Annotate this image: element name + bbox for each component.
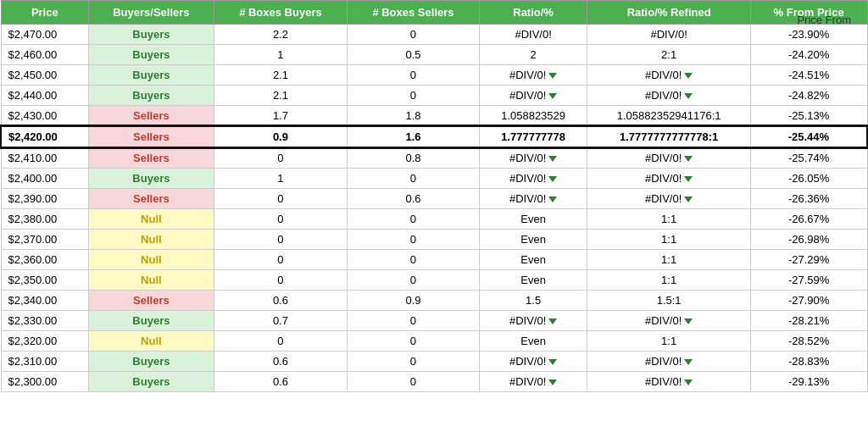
cell-boxes-sellers: 0 — [348, 352, 480, 372]
table-row: $2,310.00Buyers0.60#DIV/0!#DIV/0!-28.83% — [1, 352, 867, 372]
table-row: $2,330.00Buyers0.70#DIV/0!#DIV/0!-28.21% — [1, 311, 867, 331]
cell-ratio: #DIV/0! — [479, 352, 587, 372]
cell-ratio: #DIV/0! — [479, 65, 587, 86]
cell-price: $2,340.00 — [1, 291, 89, 311]
cell-pct-from-price: -25.44% — [750, 126, 867, 147]
cell-boxes-buyers: 0 — [214, 331, 348, 352]
cell-buyers-sellers: Buyers — [89, 65, 214, 86]
cell-boxes-buyers: 0 — [214, 147, 348, 169]
arrow-down-icon — [548, 379, 557, 385]
cell-price: $2,310.00 — [1, 352, 89, 372]
table-row: $2,430.00Sellers1.71.81.0588235291.05882… — [1, 106, 867, 127]
cell-boxes-sellers: 0 — [348, 25, 480, 45]
arrow-down-icon — [548, 176, 557, 182]
cell-pct-from-price: -24.51% — [750, 65, 867, 86]
bs-label: Null — [141, 233, 162, 246]
cell-buyers-sellers: Buyers — [89, 372, 214, 392]
cell-price: $2,460.00 — [1, 45, 89, 65]
cell-pct-from-price: -28.21% — [750, 311, 867, 331]
cell-price: $2,360.00 — [1, 250, 89, 270]
cell-buyers-sellers: Buyers — [89, 25, 214, 45]
cell-boxes-sellers: 0 — [348, 250, 480, 270]
cell-pct-from-price: -29.13% — [750, 372, 867, 392]
cell-boxes-buyers: 1.7 — [214, 106, 348, 127]
cell-boxes-sellers: 0 — [348, 372, 480, 392]
arrow-down-icon — [684, 318, 693, 324]
cell-price: $2,300.00 — [1, 372, 89, 392]
col-header-buyers-sellers: Buyers/Sellers — [89, 1, 214, 25]
cell-price: $2,350.00 — [1, 270, 89, 291]
bs-label: Sellers — [133, 294, 170, 307]
cell-boxes-sellers: 0.6 — [348, 189, 480, 209]
table-row: $2,470.00Buyers2.20#DIV/0!#DIV/0!-23.90% — [1, 25, 867, 45]
cell-boxes-buyers: 0 — [214, 270, 348, 291]
cell-boxes-buyers: 0.6 — [214, 291, 348, 311]
cell-pct-from-price: -25.13% — [750, 106, 867, 127]
bs-label: Buyers — [132, 172, 170, 185]
cell-boxes-sellers: 1.6 — [348, 126, 480, 147]
arrow-down-icon — [548, 318, 557, 324]
cell-boxes-buyers: 0.7 — [214, 311, 348, 331]
cell-boxes-sellers: 0.8 — [348, 147, 480, 169]
table-row: $2,410.00Sellers00.8#DIV/0!#DIV/0!-25.74… — [1, 147, 867, 169]
cell-pct-from-price: -27.29% — [750, 250, 867, 270]
cell-boxes-sellers: 0 — [348, 270, 480, 291]
cell-boxes-sellers: 0 — [348, 230, 480, 250]
cell-boxes-buyers: 0 — [214, 209, 348, 230]
cell-price: $2,390.00 — [1, 189, 89, 209]
cell-ratio: Even — [479, 230, 587, 250]
cell-price: $2,450.00 — [1, 65, 89, 86]
cell-ratio-refined: #DIV/0! — [587, 65, 750, 86]
cell-pct-from-price: -28.52% — [750, 331, 867, 352]
cell-buyers-sellers: Sellers — [89, 106, 214, 127]
cell-ratio-refined: 1:1 — [587, 331, 750, 352]
cell-ratio: #DIV/0! — [479, 372, 587, 392]
cell-ratio: #DIV/0! — [479, 147, 587, 169]
cell-ratio-refined: #DIV/0! — [587, 352, 750, 372]
cell-ratio-refined: #DIV/0! — [587, 169, 750, 189]
cell-boxes-buyers: 0 — [214, 230, 348, 250]
cell-price: $2,440.00 — [1, 86, 89, 106]
cell-pct-from-price: -26.98% — [750, 230, 867, 250]
cell-ratio-refined: 1.7777777777778:1 — [587, 126, 750, 147]
cell-ratio: #DIV/0! — [479, 189, 587, 209]
table-row: $2,450.00Buyers2.10#DIV/0!#DIV/0!-24.51% — [1, 65, 867, 86]
table-row: $2,370.00Null00Even1:1-26.98% — [1, 230, 867, 250]
cell-ratio-refined: #DIV/0! — [587, 147, 750, 169]
cell-boxes-sellers: 0 — [348, 209, 480, 230]
cell-ratio: 2 — [479, 45, 587, 65]
bs-label: Buyers — [132, 69, 170, 81]
cell-price: $2,400.00 — [1, 169, 89, 189]
bs-label: Sellers — [133, 109, 170, 122]
main-table: Price Buyers/Sellers # Boxes Buyers # Bo… — [0, 0, 868, 392]
cell-ratio-refined: 1:1 — [587, 270, 750, 291]
cell-buyers-sellers: Buyers — [89, 169, 214, 189]
bs-label: Buyers — [132, 89, 170, 102]
cell-price: $2,320.00 — [1, 331, 89, 352]
cell-ratio: Even — [479, 250, 587, 270]
cell-buyers-sellers: Null — [89, 331, 214, 352]
table-row: $2,440.00Buyers2.10#DIV/0!#DIV/0!-24.82% — [1, 86, 867, 106]
bs-label: Sellers — [133, 192, 170, 205]
bs-label: Buyers — [132, 375, 170, 388]
cell-pct-from-price: -27.59% — [750, 270, 867, 291]
arrow-down-icon — [684, 359, 693, 365]
cell-boxes-buyers: 1 — [214, 169, 348, 189]
cell-pct-from-price: -23.90% — [750, 25, 867, 45]
cell-ratio-refined: 2:1 — [587, 45, 750, 65]
cell-boxes-sellers: 1.8 — [348, 106, 480, 127]
cell-ratio: #DIV/0! — [479, 169, 587, 189]
cell-boxes-sellers: 0.5 — [348, 45, 480, 65]
table-row: $2,350.00Null00Even1:1-27.59% — [1, 270, 867, 291]
cell-pct-from-price: -24.20% — [750, 45, 867, 65]
col-header-boxes-sellers: # Boxes Sellers — [348, 1, 480, 25]
cell-pct-from-price: -28.83% — [750, 352, 867, 372]
cell-boxes-buyers: 0.9 — [214, 126, 348, 147]
price-from-label: Price From — [797, 14, 851, 26]
table-row: $2,320.00Null00Even1:1-28.52% — [1, 331, 867, 352]
cell-ratio: Even — [479, 209, 587, 230]
arrow-down-icon — [548, 73, 557, 79]
bs-label: Buyers — [132, 48, 170, 61]
cell-boxes-sellers: 0 — [348, 169, 480, 189]
cell-ratio: #DIV/0! — [479, 311, 587, 331]
